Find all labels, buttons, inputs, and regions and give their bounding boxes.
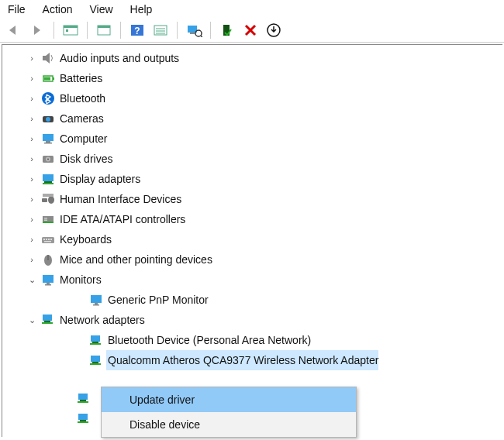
scan-hardware-button[interactable] [185, 21, 203, 40]
monitor-icon [40, 273, 57, 287]
expand-icon[interactable]: › [26, 149, 38, 169]
monitor-icon [88, 293, 105, 307]
tree-item[interactable]: ›IDE ATA/ATAPI controllers [2, 209, 502, 229]
expand-icon[interactable]: › [26, 209, 38, 229]
tree-item-label: IDE ATA/ATAPI controllers [58, 209, 185, 229]
svg-rect-61 [90, 343, 101, 345]
tree-item-label: Display adapters [58, 169, 140, 189]
expand-icon[interactable]: › [26, 68, 38, 88]
svg-rect-56 [43, 315, 52, 321]
bluetooth-icon [40, 91, 57, 105]
expand-icon[interactable]: › [26, 48, 38, 68]
separator [87, 22, 88, 39]
tree-item-label: Audio inputs and outputs [58, 48, 179, 68]
menu-action[interactable]: Action [43, 3, 73, 15]
display-icon [40, 172, 57, 186]
audio-icon [40, 51, 57, 65]
tree-item[interactable]: ›Human Interface Devices [2, 189, 502, 209]
tree-item[interactable]: ›Batteries [2, 68, 502, 88]
svg-rect-66 [80, 400, 86, 401]
context-menu-update-driver[interactable]: Update driver [102, 387, 356, 412]
svg-rect-40 [44, 218, 47, 219]
separator [210, 22, 211, 39]
tree-item[interactable]: Generic PnP Monitor [2, 290, 502, 310]
menu-file[interactable]: File [8, 3, 26, 15]
list-button[interactable] [151, 21, 170, 40]
svg-rect-43 [43, 239, 45, 240]
svg-rect-59 [91, 335, 100, 342]
tree-item[interactable]: Qualcomm Atheros QCA9377 Wireless Networ… [2, 350, 502, 370]
tree-item[interactable]: ›Disk drives [2, 149, 502, 169]
separator [120, 22, 121, 39]
tree-item-label: Bluetooth [58, 88, 105, 108]
show-hide-tree-button[interactable] [61, 21, 80, 40]
tree-item[interactable]: ›Cameras [2, 108, 502, 129]
svg-rect-68 [78, 414, 88, 420]
tree-item-label: Monitors [58, 270, 102, 290]
menu-help[interactable]: Help [130, 3, 153, 15]
camera-icon [40, 112, 57, 125]
ide-icon [40, 212, 57, 226]
update-driver-button[interactable] [264, 21, 283, 40]
disk-icon [40, 152, 57, 166]
enable-device-button[interactable] [218, 21, 236, 40]
svg-rect-4 [98, 26, 110, 28]
svg-rect-1 [64, 26, 78, 28]
svg-rect-51 [47, 283, 50, 284]
properties-button[interactable] [95, 21, 113, 40]
tree-item-label: Computer [58, 129, 107, 149]
nav-forward-button[interactable] [28, 21, 47, 40]
tree-item-label: Bluetooth Device (Personal Area Network) [106, 330, 311, 350]
tree-item[interactable]: ›Computer [2, 129, 502, 149]
disable-device-button[interactable] [241, 21, 260, 40]
expand-icon[interactable]: › [26, 189, 38, 209]
help-button[interactable]: ? [128, 21, 147, 40]
menu-view[interactable]: View [89, 3, 112, 15]
tree-item[interactable]: ›Audio inputs and outputs [2, 48, 502, 68]
svg-rect-54 [95, 303, 98, 304]
svg-rect-67 [78, 401, 88, 403]
expand-icon[interactable]: › [26, 169, 38, 189]
tree-item-label: Human Interface Devices [58, 189, 181, 209]
mouse-icon [40, 253, 57, 266]
svg-rect-44 [46, 239, 47, 240]
separator [177, 22, 178, 39]
collapse-icon[interactable]: ⌄ [26, 270, 38, 290]
hid-icon [40, 192, 57, 206]
tree-item[interactable]: ›Keyboards [2, 229, 502, 249]
svg-rect-60 [92, 342, 98, 343]
tree-item[interactable]: ›Mice and other pointing devices [2, 249, 502, 270]
svg-text:?: ? [134, 26, 140, 36]
tree-item-label: Batteries [58, 68, 102, 88]
svg-rect-53 [91, 295, 102, 303]
svg-rect-34 [43, 183, 54, 184]
nav-back-button[interactable] [5, 21, 23, 40]
svg-rect-33 [44, 181, 52, 183]
expand-icon[interactable]: › [26, 108, 38, 129]
tree-item-label: Disk drives [58, 149, 112, 169]
tree-item[interactable]: ⌄Monitors [2, 270, 502, 290]
tree-item[interactable]: Bluetooth Device (Personal Area Network) [2, 330, 502, 350]
svg-rect-12 [190, 33, 195, 34]
tree-item[interactable]: ›Display adapters [2, 169, 502, 189]
svg-rect-21 [53, 77, 54, 80]
expand-icon[interactable]: › [26, 129, 38, 149]
device-tree: ›Audio inputs and outputs›Batteries›Blue… [2, 44, 502, 437]
svg-rect-62 [91, 356, 100, 362]
tree-item[interactable]: ⌄Network adapters [2, 310, 502, 330]
context-menu-disable-device[interactable]: Disable device [102, 412, 356, 437]
expand-icon[interactable]: › [26, 229, 38, 249]
expand-icon[interactable]: › [26, 249, 38, 270]
svg-rect-39 [43, 222, 54, 223]
svg-rect-27 [46, 141, 50, 143]
svg-point-36 [48, 196, 54, 204]
svg-rect-28 [44, 143, 52, 144]
tree-item[interactable]: ›Bluetooth [2, 88, 502, 108]
toolbar: ? [0, 19, 504, 43]
svg-rect-46 [50, 239, 52, 240]
expand-icon[interactable]: › [26, 88, 38, 108]
network-icon [40, 313, 57, 327]
collapse-icon[interactable]: ⌄ [26, 310, 38, 330]
svg-rect-41 [44, 220, 47, 222]
svg-rect-58 [42, 322, 53, 324]
